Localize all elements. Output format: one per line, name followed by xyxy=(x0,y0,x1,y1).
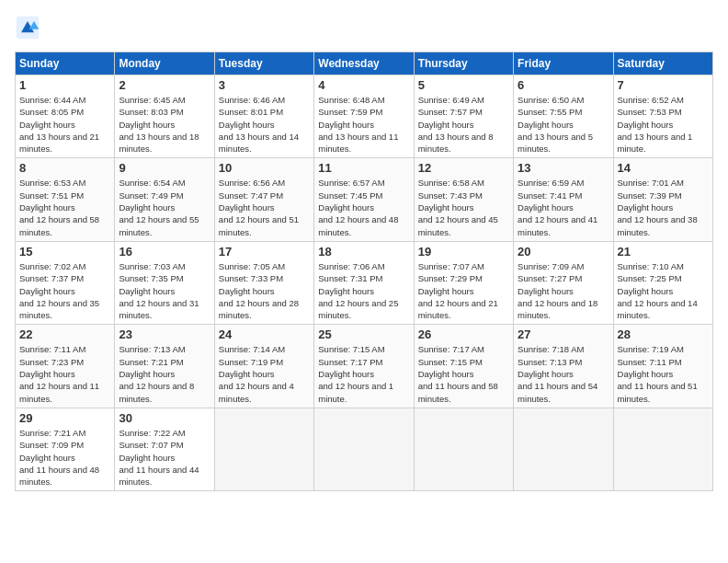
day-number: 7 xyxy=(618,78,709,92)
cell-info: Sunrise: 6:59 AM Sunset: 7:41 PM Dayligh… xyxy=(518,177,609,237)
calendar-cell: 30 Sunrise: 7:22 AM Sunset: 7:07 PM Dayl… xyxy=(115,408,214,490)
calendar-cell: 9 Sunrise: 6:54 AM Sunset: 7:49 PM Dayli… xyxy=(115,158,214,241)
cell-info: Sunrise: 7:15 AM Sunset: 7:17 PM Dayligh… xyxy=(318,343,409,404)
col-header-thursday: Thursday xyxy=(414,52,513,75)
cell-info: Sunrise: 7:11 AM Sunset: 7:23 PM Dayligh… xyxy=(19,343,110,404)
cell-info: Sunrise: 6:44 AM Sunset: 8:05 PM Dayligh… xyxy=(19,94,110,155)
cell-info: Sunrise: 7:13 AM Sunset: 7:21 PM Dayligh… xyxy=(119,343,210,404)
cell-info: Sunrise: 7:10 AM Sunset: 7:25 PM Dayligh… xyxy=(618,260,709,321)
calendar-cell xyxy=(314,408,414,490)
cell-info: Sunrise: 7:05 AM Sunset: 7:33 PM Dayligh… xyxy=(219,260,310,321)
calendar-cell: 13 Sunrise: 6:59 AM Sunset: 7:41 PM Dayl… xyxy=(514,158,613,241)
calendar-cell: 3 Sunrise: 6:46 AM Sunset: 8:01 PM Dayli… xyxy=(214,75,313,158)
calendar-cell xyxy=(613,408,712,490)
calendar-cell: 11 Sunrise: 6:57 AM Sunset: 7:45 PM Dayl… xyxy=(314,158,414,241)
calendar-cell: 29 Sunrise: 7:21 AM Sunset: 7:09 PM Dayl… xyxy=(16,408,115,490)
cell-info: Sunrise: 7:03 AM Sunset: 7:35 PM Dayligh… xyxy=(119,260,210,321)
calendar-row: 15 Sunrise: 7:02 AM Sunset: 7:37 PM Dayl… xyxy=(16,241,713,324)
cell-info: Sunrise: 7:06 AM Sunset: 7:31 PM Dayligh… xyxy=(318,260,409,321)
calendar-cell: 12 Sunrise: 6:58 AM Sunset: 7:43 PM Dayl… xyxy=(414,158,513,241)
calendar-cell: 14 Sunrise: 7:01 AM Sunset: 7:39 PM Dayl… xyxy=(613,158,712,241)
day-number: 15 xyxy=(19,245,110,259)
cell-info: Sunrise: 6:45 AM Sunset: 8:03 PM Dayligh… xyxy=(119,94,210,155)
cell-info: Sunrise: 6:56 AM Sunset: 7:47 PM Dayligh… xyxy=(219,177,310,237)
calendar-row: 8 Sunrise: 6:53 AM Sunset: 7:51 PM Dayli… xyxy=(16,158,713,241)
cell-info: Sunrise: 6:57 AM Sunset: 7:45 PM Dayligh… xyxy=(318,177,409,237)
day-number: 23 xyxy=(119,327,210,341)
day-number: 11 xyxy=(318,161,409,175)
day-number: 24 xyxy=(219,327,310,341)
calendar-cell: 23 Sunrise: 7:13 AM Sunset: 7:21 PM Dayl… xyxy=(115,325,214,408)
cell-info: Sunrise: 6:58 AM Sunset: 7:43 PM Dayligh… xyxy=(418,177,509,237)
logo-icon xyxy=(15,15,40,40)
calendar-cell: 5 Sunrise: 6:49 AM Sunset: 7:57 PM Dayli… xyxy=(414,75,513,158)
col-header-wednesday: Wednesday xyxy=(314,52,414,75)
col-header-tuesday: Tuesday xyxy=(214,52,313,75)
cell-info: Sunrise: 6:46 AM Sunset: 8:01 PM Dayligh… xyxy=(219,94,310,155)
day-number: 5 xyxy=(418,78,509,92)
day-number: 4 xyxy=(318,78,409,92)
day-number: 30 xyxy=(119,411,210,425)
day-number: 26 xyxy=(418,327,509,341)
cell-info: Sunrise: 7:01 AM Sunset: 7:39 PM Dayligh… xyxy=(618,177,709,237)
cell-info: Sunrise: 6:52 AM Sunset: 7:53 PM Dayligh… xyxy=(618,94,709,155)
cell-info: Sunrise: 7:19 AM Sunset: 7:11 PM Dayligh… xyxy=(618,343,709,404)
cell-info: Sunrise: 6:54 AM Sunset: 7:49 PM Dayligh… xyxy=(119,177,210,237)
calendar-cell: 20 Sunrise: 7:09 AM Sunset: 7:27 PM Dayl… xyxy=(514,241,613,324)
calendar-cell: 4 Sunrise: 6:48 AM Sunset: 7:59 PM Dayli… xyxy=(314,75,414,158)
calendar-cell: 6 Sunrise: 6:50 AM Sunset: 7:55 PM Dayli… xyxy=(514,75,613,158)
cell-info: Sunrise: 7:17 AM Sunset: 7:15 PM Dayligh… xyxy=(418,343,509,404)
calendar-cell: 18 Sunrise: 7:06 AM Sunset: 7:31 PM Dayl… xyxy=(314,241,414,324)
day-number: 21 xyxy=(618,245,709,259)
cell-info: Sunrise: 7:21 AM Sunset: 7:09 PM Dayligh… xyxy=(19,427,110,488)
cell-info: Sunrise: 7:07 AM Sunset: 7:29 PM Dayligh… xyxy=(418,260,509,321)
col-header-saturday: Saturday xyxy=(613,52,712,75)
cell-info: Sunrise: 7:22 AM Sunset: 7:07 PM Dayligh… xyxy=(119,427,210,488)
calendar-cell: 2 Sunrise: 6:45 AM Sunset: 8:03 PM Dayli… xyxy=(115,75,214,158)
day-number: 12 xyxy=(418,161,509,175)
cell-info: Sunrise: 7:09 AM Sunset: 7:27 PM Dayligh… xyxy=(518,260,609,321)
calendar-row: 22 Sunrise: 7:11 AM Sunset: 7:23 PM Dayl… xyxy=(16,325,713,408)
cell-info: Sunrise: 6:48 AM Sunset: 7:59 PM Dayligh… xyxy=(318,94,409,155)
cell-info: Sunrise: 6:53 AM Sunset: 7:51 PM Dayligh… xyxy=(19,177,110,237)
calendar-cell: 17 Sunrise: 7:05 AM Sunset: 7:33 PM Dayl… xyxy=(214,241,313,324)
day-number: 27 xyxy=(518,327,609,341)
calendar-cell: 8 Sunrise: 6:53 AM Sunset: 7:51 PM Dayli… xyxy=(16,158,115,241)
calendar-cell: 21 Sunrise: 7:10 AM Sunset: 7:25 PM Dayl… xyxy=(613,241,712,324)
day-number: 16 xyxy=(119,245,210,259)
day-number: 20 xyxy=(518,245,609,259)
calendar-cell: 1 Sunrise: 6:44 AM Sunset: 8:05 PM Dayli… xyxy=(16,75,115,158)
day-number: 3 xyxy=(219,78,310,92)
day-number: 13 xyxy=(518,161,609,175)
day-number: 6 xyxy=(518,78,609,92)
calendar-cell: 16 Sunrise: 7:03 AM Sunset: 7:35 PM Dayl… xyxy=(115,241,214,324)
logo xyxy=(15,15,44,40)
col-header-sunday: Sunday xyxy=(16,52,115,75)
day-number: 19 xyxy=(418,245,509,259)
calendar-row: 1 Sunrise: 6:44 AM Sunset: 8:05 PM Dayli… xyxy=(16,75,713,158)
calendar-cell: 10 Sunrise: 6:56 AM Sunset: 7:47 PM Dayl… xyxy=(214,158,313,241)
day-number: 28 xyxy=(618,327,709,341)
day-number: 1 xyxy=(19,78,110,92)
calendar-row: 29 Sunrise: 7:21 AM Sunset: 7:09 PM Dayl… xyxy=(16,408,713,490)
day-number: 25 xyxy=(318,327,409,341)
calendar-cell: 27 Sunrise: 7:18 AM Sunset: 7:13 PM Dayl… xyxy=(514,325,613,408)
calendar-cell: 28 Sunrise: 7:19 AM Sunset: 7:11 PM Dayl… xyxy=(613,325,712,408)
day-number: 10 xyxy=(219,161,310,175)
cell-info: Sunrise: 7:18 AM Sunset: 7:13 PM Dayligh… xyxy=(518,343,609,404)
cell-info: Sunrise: 6:50 AM Sunset: 7:55 PM Dayligh… xyxy=(518,94,609,155)
calendar-cell: 22 Sunrise: 7:11 AM Sunset: 7:23 PM Dayl… xyxy=(16,325,115,408)
day-number: 18 xyxy=(318,245,409,259)
day-number: 8 xyxy=(19,161,110,175)
cell-info: Sunrise: 7:02 AM Sunset: 7:37 PM Dayligh… xyxy=(19,260,110,321)
day-number: 29 xyxy=(19,411,110,425)
calendar-cell: 25 Sunrise: 7:15 AM Sunset: 7:17 PM Dayl… xyxy=(314,325,414,408)
calendar-cell: 19 Sunrise: 7:07 AM Sunset: 7:29 PM Dayl… xyxy=(414,241,513,324)
day-number: 2 xyxy=(119,78,210,92)
day-header-row: SundayMondayTuesdayWednesdayThursdayFrid… xyxy=(16,52,713,75)
calendar-table: SundayMondayTuesdayWednesdayThursdayFrid… xyxy=(15,52,713,491)
cell-info: Sunrise: 7:14 AM Sunset: 7:19 PM Dayligh… xyxy=(219,343,310,404)
page-header xyxy=(15,15,713,40)
calendar-cell xyxy=(214,408,313,490)
calendar-cell xyxy=(414,408,513,490)
